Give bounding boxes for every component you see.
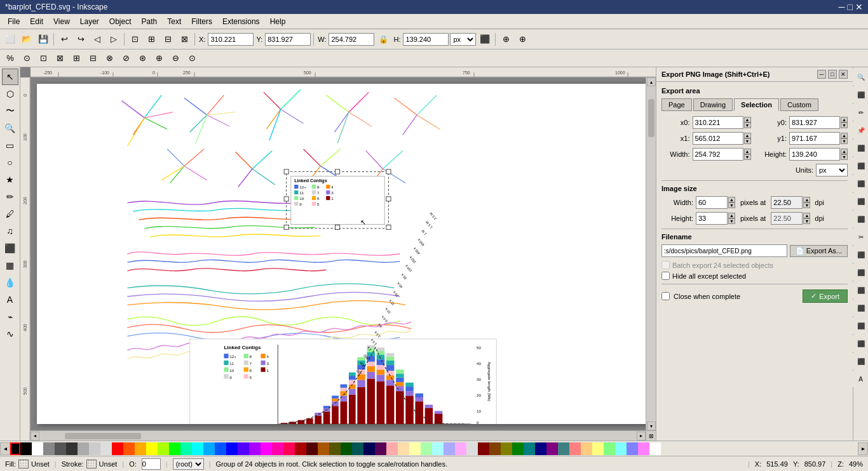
- palette-cell-46[interactable]: [546, 442, 558, 455]
- dpi-1-up[interactable]: ▲: [803, 197, 810, 202]
- export-as-btn[interactable]: 📄 Export As...: [790, 245, 848, 257]
- palette-cell-2[interactable]: [43, 442, 55, 455]
- palette-cell-34[interactable]: [409, 442, 421, 455]
- star-tool[interactable]: ★: [2, 171, 18, 188]
- w-input[interactable]: [329, 33, 374, 46]
- gradient-tool[interactable]: ▦: [2, 257, 18, 274]
- palette-cell-7[interactable]: [100, 442, 112, 455]
- filename-input[interactable]: [661, 244, 787, 257]
- snap2[interactable]: ⊕: [515, 32, 530, 47]
- y0-up[interactable]: ▲: [841, 117, 848, 123]
- palette-cell-40[interactable]: [478, 442, 489, 455]
- undo-btn[interactable]: ↩: [57, 32, 72, 47]
- palette-cell-28[interactable]: [341, 442, 352, 455]
- menu-object[interactable]: Object: [104, 16, 137, 27]
- scroll-thumb-vertical[interactable]: [648, 99, 654, 137]
- palette-cell-17[interactable]: [215, 442, 226, 455]
- bucket-tool[interactable]: ⬛: [2, 240, 18, 256]
- height-up[interactable]: ▲: [841, 149, 848, 154]
- right-icon-2[interactable]: ⬛: [853, 86, 869, 103]
- align-right-btn[interactable]: ⊠: [177, 32, 192, 47]
- scrollbar-horizontal[interactable]: ◂ ▸: [31, 430, 646, 441]
- tab-selection[interactable]: Selection: [734, 98, 779, 111]
- y-input[interactable]: [265, 33, 311, 46]
- snap-btn-1[interactable]: %: [3, 51, 18, 66]
- units-select[interactable]: px mm cm in: [816, 164, 848, 176]
- palette-cell-4[interactable]: [66, 442, 78, 455]
- dpi-1-down[interactable]: ▼: [803, 202, 810, 208]
- palette-cell-20[interactable]: [249, 442, 261, 455]
- y1-up[interactable]: ▲: [841, 133, 848, 138]
- palette-right-btn[interactable]: ▸: [858, 442, 868, 455]
- back-btn[interactable]: ◁: [90, 32, 105, 47]
- menu-filters[interactable]: Filters: [186, 16, 217, 27]
- panel-max-btn[interactable]: □: [828, 70, 837, 79]
- tweak-tool[interactable]: 〜: [2, 103, 18, 119]
- snap-btn-7[interactable]: ⊗: [102, 51, 117, 66]
- width-down[interactable]: ▼: [744, 154, 751, 160]
- height-down[interactable]: ▼: [841, 154, 848, 160]
- stroke-swatch[interactable]: [86, 460, 97, 468]
- right-icon-13[interactable]: ⬛: [853, 282, 869, 298]
- palette-cell-55[interactable]: [649, 442, 661, 455]
- panel-close-btn[interactable]: ✕: [839, 70, 848, 79]
- palette-cell-53[interactable]: [627, 442, 638, 455]
- batch-export-checkbox[interactable]: [661, 261, 670, 269]
- right-icon-1[interactable]: 🔍: [853, 69, 869, 85]
- save-btn[interactable]: 💾: [36, 32, 51, 47]
- right-icon-8[interactable]: ⬛: [853, 193, 869, 209]
- right-icon-7[interactable]: ⬛: [853, 175, 869, 192]
- palette-cell-24[interactable]: [295, 442, 306, 455]
- palette-cell-50[interactable]: [592, 442, 604, 455]
- palette-cell-48[interactable]: [569, 442, 581, 455]
- height-area-input[interactable]: [789, 148, 840, 161]
- palette-cell-36[interactable]: [432, 442, 444, 455]
- menu-text[interactable]: Text: [162, 16, 186, 27]
- maximize-btn[interactable]: □: [848, 2, 853, 12]
- snap-btn-6[interactable]: ⊟: [85, 51, 100, 66]
- text-tool[interactable]: A: [2, 291, 18, 308]
- snap-btn-4[interactable]: ⊠: [52, 51, 67, 66]
- right-icon-3[interactable]: ✏: [853, 104, 869, 121]
- palette-cell-1[interactable]: [32, 442, 43, 455]
- x1-up[interactable]: ▲: [744, 133, 751, 138]
- palette-cell-15[interactable]: [192, 442, 203, 455]
- pen-tool[interactable]: 🖊: [2, 206, 18, 222]
- y1-down[interactable]: ▼: [841, 138, 848, 144]
- right-icon-11[interactable]: ⬛: [853, 246, 869, 263]
- menu-layer[interactable]: Layer: [75, 16, 104, 27]
- palette-cell-44[interactable]: [524, 442, 535, 455]
- menu-extensions[interactable]: Extensions: [217, 16, 265, 27]
- palette-cell-6[interactable]: [89, 442, 100, 455]
- palette-cell-35[interactable]: [421, 442, 432, 455]
- snap-btn-2[interactable]: ⊙: [19, 51, 34, 66]
- menu-path[interactable]: Path: [137, 16, 163, 27]
- opacity-input[interactable]: [142, 458, 161, 470]
- open-btn[interactable]: 📂: [19, 32, 34, 47]
- calligraphy-tool[interactable]: ♫: [2, 223, 18, 239]
- right-icon-5[interactable]: ⬛: [853, 140, 869, 156]
- scroll-right-btn[interactable]: ▸: [637, 432, 646, 441]
- palette-cell-29[interactable]: [352, 442, 363, 455]
- no-color-cell[interactable]: [10, 442, 20, 455]
- canvas-scroll[interactable]: Linked Contigs 12+ 8 4 11 7: [31, 77, 656, 430]
- palette-cell-30[interactable]: [363, 442, 375, 455]
- img-width-up[interactable]: ▲: [728, 197, 735, 202]
- palette-cell-45[interactable]: [535, 442, 546, 455]
- close-complete-checkbox[interactable]: [661, 292, 670, 300]
- fwd-btn[interactable]: ▷: [106, 32, 121, 47]
- menu-help[interactable]: Help: [265, 16, 291, 27]
- dpi-2-up[interactable]: ▲: [803, 213, 810, 218]
- palette-cell-23[interactable]: [283, 442, 295, 455]
- palette-cell-49[interactable]: [581, 442, 592, 455]
- dpi-1-input[interactable]: [771, 196, 803, 209]
- img-height-down[interactable]: ▼: [728, 218, 735, 224]
- right-icon-6[interactable]: ⬛: [853, 157, 869, 174]
- snap-btn-10[interactable]: ⊕: [151, 51, 166, 66]
- palette-cell-8[interactable]: [112, 442, 123, 455]
- snap-btn-5[interactable]: ⊞: [69, 51, 84, 66]
- img-height-input[interactable]: [696, 212, 728, 225]
- right-icon-18[interactable]: A: [853, 371, 869, 387]
- titlebar-controls[interactable]: ─ □ ✕: [839, 2, 863, 12]
- x1-down[interactable]: ▼: [744, 138, 751, 144]
